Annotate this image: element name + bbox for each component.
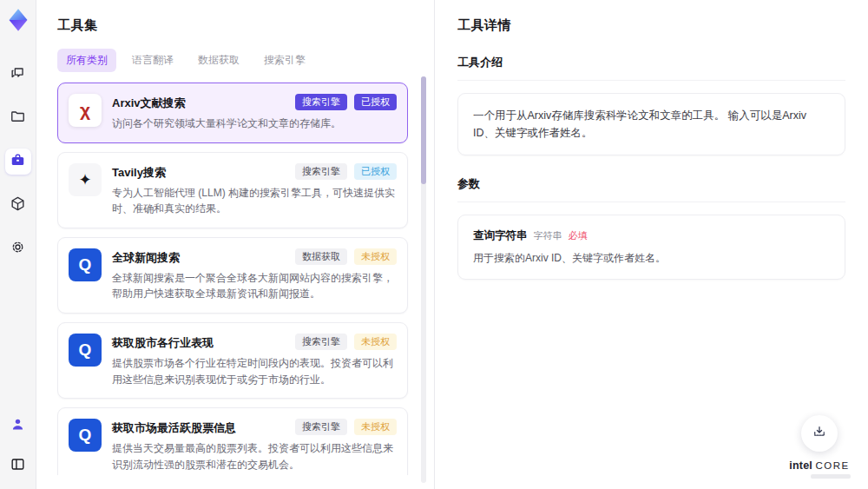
param-header: 查询字符串 字符串 必填 bbox=[473, 228, 830, 243]
intro-heading: 工具介绍 bbox=[457, 55, 845, 81]
toolbox-icon bbox=[10, 152, 26, 172]
sidebar bbox=[0, 0, 36, 489]
tool-list-item[interactable]: ✦ Tavily搜索 专为人工智能代理 (LLM) 构建的搜索引擎工具，可快速提… bbox=[57, 152, 408, 228]
tool-badges: 搜索引擎 未授权 bbox=[295, 334, 397, 350]
param-description: 用于搜索的Arxiv ID、关键字或作者姓名。 bbox=[473, 251, 830, 266]
page-title: 工具集 bbox=[57, 17, 434, 34]
param-type: 字符串 bbox=[534, 229, 562, 242]
auth-status-badge: 已授权 bbox=[354, 94, 397, 110]
chat-icon bbox=[10, 65, 26, 85]
param-required-badge: 必填 bbox=[569, 229, 588, 242]
auth-status-badge: 已授权 bbox=[354, 163, 397, 180]
sidebar-item-account[interactable] bbox=[5, 413, 31, 439]
user-icon bbox=[10, 416, 26, 436]
sidebar-item-collapse[interactable] bbox=[5, 453, 31, 479]
category-badge: 搜索引擎 bbox=[295, 334, 347, 350]
param-card: 查询字符串 字符串 必填 用于搜索的Arxiv ID、关键字或作者姓名。 bbox=[457, 215, 845, 280]
auth-status-badge: 未授权 bbox=[354, 334, 397, 350]
sidebar-item-files[interactable] bbox=[5, 105, 31, 131]
category-tab[interactable]: 语言翻译 bbox=[123, 49, 182, 72]
params-heading: 参数 bbox=[457, 176, 845, 202]
tool-detail-panel: 工具详情 工具介绍 一个用于从Arxiv存储库搜索科学论文和文章的工具。 输入可… bbox=[434, 0, 868, 489]
tool-icon: Q bbox=[69, 248, 102, 281]
core-wordmark: CORE bbox=[815, 460, 849, 471]
category-badge: 搜索引擎 bbox=[295, 94, 347, 110]
tool-list: χ Arxiv文献搜索 访问各个研究领域大量科学论文和文章的存储库。 搜索引擎 … bbox=[57, 83, 434, 475]
tool-description: 全球新闻搜索是一个聚合全球各大新闻网站内容的搜索引擎，帮助用户快速获取全球最新资… bbox=[112, 270, 397, 302]
tool-list-item[interactable]: χ Arxiv文献搜索 访问各个研究领域大量科学论文和文章的存储库。 搜索引擎 … bbox=[57, 83, 408, 143]
tool-badges: 搜索引擎 未授权 bbox=[295, 419, 397, 435]
sidebar-item-tools[interactable] bbox=[5, 149, 31, 175]
folder-icon bbox=[10, 109, 26, 129]
app-logo-icon bbox=[6, 8, 30, 32]
category-tabs: 所有类别 语言翻译 数据获取 搜索引擎 bbox=[57, 49, 434, 72]
category-badge: 搜索引擎 bbox=[295, 419, 347, 435]
tool-name: 全球新闻搜索 bbox=[112, 250, 266, 266]
scrollbar-thumb[interactable] bbox=[421, 76, 426, 184]
tool-name: Arxiv文献搜索 bbox=[112, 96, 266, 111]
intel-sub-mark bbox=[811, 474, 851, 479]
tool-name: 获取股市各行业表现 bbox=[112, 335, 266, 351]
sidebar-nav bbox=[5, 62, 31, 261]
download-button[interactable] bbox=[801, 415, 838, 452]
auth-status-badge: 未授权 bbox=[354, 248, 397, 265]
tool-description: 专为人工智能代理 (LLM) 构建的搜索引擎工具，可快速提供实时、准确和真实的结… bbox=[112, 185, 397, 217]
tool-icon: Q bbox=[69, 419, 102, 452]
auth-status-badge: 未授权 bbox=[354, 419, 397, 435]
tool-icon: Q bbox=[69, 334, 102, 367]
category-tab[interactable]: 搜索引擎 bbox=[255, 49, 314, 72]
detail-title: 工具详情 bbox=[457, 17, 845, 34]
tool-icon: ✦ bbox=[69, 163, 102, 196]
tool-description: 提供股票市场各个行业在特定时间段内的表现。投资者可以利用这些信息来识别表现优于或… bbox=[112, 355, 397, 387]
gear-icon bbox=[10, 239, 26, 259]
tool-badges: 数据获取 未授权 bbox=[295, 248, 397, 265]
intel-wordmark: intel bbox=[789, 459, 812, 472]
category-tab[interactable]: 数据获取 bbox=[189, 49, 248, 72]
tool-list-item[interactable]: Q 获取市场最活跃股票信息 提供当天交易量最高的股票列表。投资者可以利用这些信息… bbox=[57, 407, 408, 475]
sidebar-item-settings[interactable] bbox=[5, 235, 31, 261]
tool-list-item[interactable]: Q 全球新闻搜索 全球新闻搜索是一个聚合全球各大新闻网站内容的搜索引擎，帮助用户… bbox=[57, 237, 408, 314]
category-badge: 搜索引擎 bbox=[295, 163, 347, 180]
collapse-panel-icon bbox=[10, 456, 26, 476]
param-name: 查询字符串 bbox=[473, 228, 528, 243]
sidebar-bottom bbox=[5, 413, 31, 479]
sidebar-item-chat[interactable] bbox=[5, 62, 31, 88]
tool-description: 访问各个研究领域大量科学论文和文章的存储库。 bbox=[112, 116, 397, 132]
tool-name: 获取市场最活跃股票信息 bbox=[112, 420, 266, 436]
category-badge: 数据获取 bbox=[295, 248, 347, 265]
app-window: 工具集 所有类别 语言翻译 数据获取 搜索引擎 χ Arxiv文献搜索 访问各个… bbox=[0, 0, 868, 489]
sidebar-item-models[interactable] bbox=[5, 192, 31, 218]
corner-widgets: intel CORE bbox=[788, 415, 851, 479]
tool-badges: 搜索引擎 已授权 bbox=[295, 94, 397, 110]
tool-list-panel: 工具集 所有类别 语言翻译 数据获取 搜索引擎 χ Arxiv文献搜索 访问各个… bbox=[36, 0, 434, 489]
tool-description: 提供当天交易量最高的股票列表。投资者可以利用这些信息来识别流动性强的股票和潜在的… bbox=[112, 440, 397, 472]
tool-badges: 搜索引擎 已授权 bbox=[295, 163, 397, 180]
list-scrollbar[interactable] bbox=[421, 76, 426, 483]
download-icon bbox=[812, 424, 827, 443]
tool-icon: χ bbox=[69, 94, 102, 127]
tool-list-item[interactable]: Q 获取股市各行业表现 提供股票市场各个行业在特定时间段内的表现。投资者可以利用… bbox=[57, 322, 408, 399]
tool-intro-text: 一个用于从Arxiv存储库搜索科学论文和文章的工具。 输入可以是Arxiv ID… bbox=[457, 93, 845, 155]
category-tab[interactable]: 所有类别 bbox=[57, 49, 116, 72]
tool-name: Tavily搜索 bbox=[112, 165, 266, 181]
cube-icon bbox=[10, 195, 26, 215]
intel-core-logo: intel CORE bbox=[789, 459, 849, 472]
